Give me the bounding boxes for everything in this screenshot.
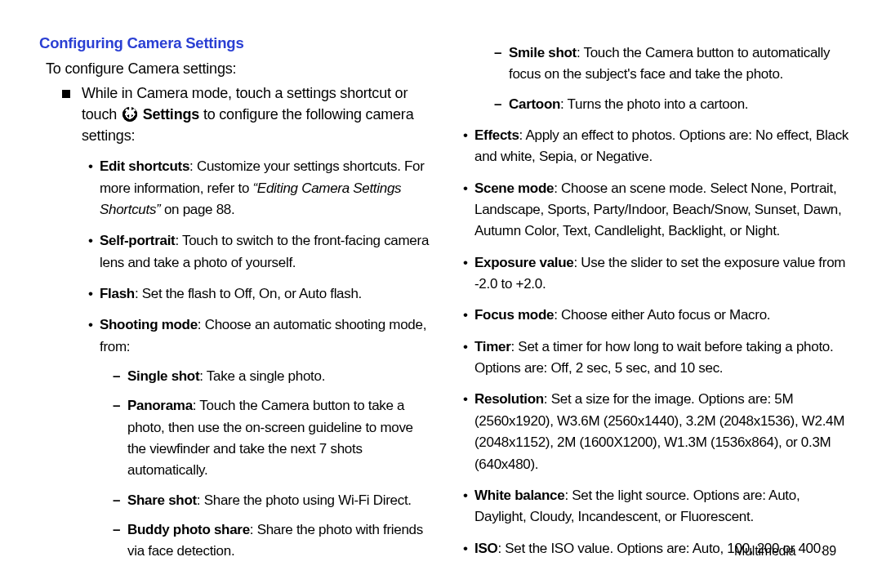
- item-name: Flash: [100, 286, 135, 301]
- item-name: Effects: [474, 127, 519, 143]
- intro-text: To configure Camera settings:: [46, 60, 432, 78]
- settings-list-left: Edit shortcuts: Customize your settings …: [39, 156, 432, 563]
- sub-name: Share shot: [127, 492, 197, 508]
- item-text: : Choose either Auto focus or Macro.: [554, 307, 770, 323]
- page-footer: Multimedia 89: [734, 544, 836, 559]
- bullet-item: Exposure value: Use the slider to set th…: [463, 252, 849, 296]
- sub-name: Single shot: [127, 368, 199, 384]
- bullet-item: Self-portrait: Touch to switch to the fr…: [88, 230, 432, 274]
- bullet-item: Edit shortcuts: Customize your settings …: [88, 156, 432, 220]
- sub-name: Cartoon: [509, 96, 560, 112]
- dash-item: Smile shot: Touch the Camera button to a…: [494, 42, 849, 86]
- bullet-item: Resolution: Set a size for the image. Op…: [463, 389, 849, 474]
- sub-text: : Share the photo using Wi-Fi Direct.: [197, 492, 412, 508]
- item-name: White balance: [474, 488, 564, 503]
- bullet-item: Timer: Set a timer for how long to wait …: [463, 336, 849, 380]
- bullet-item: White balance: Set the light source. Opt…: [463, 485, 849, 528]
- right-column: Smile shot: Touch the Camera button to a…: [457, 34, 849, 571]
- page-number: 89: [822, 544, 836, 559]
- sub-text: : Turns the photo into a cartoon.: [560, 96, 748, 112]
- sub-name: Smile shot: [509, 45, 577, 60]
- item-name: Scene mode: [474, 180, 554, 196]
- item-name: Shooting mode: [100, 317, 198, 332]
- step-item: While in Camera mode, touch a settings s…: [62, 82, 432, 146]
- sub-name: Panorama: [127, 398, 193, 413]
- item-name: Edit shortcuts: [100, 158, 189, 174]
- item-ref-tail: on page 88.: [160, 202, 234, 217]
- item-name: ISO: [474, 541, 497, 556]
- sub-text: : Take a single photo.: [199, 368, 325, 384]
- dash-item: Buddy photo share: Share the photo with …: [113, 519, 432, 563]
- dash-item: Share shot: Share the photo using Wi-Fi …: [113, 490, 432, 511]
- sub-name: Buddy photo share: [127, 522, 250, 537]
- dash-item: Single shot: Take a single photo.: [113, 366, 432, 387]
- section-heading: Configuring Camera Settings: [39, 34, 432, 52]
- bullet-item: Flash: Set the flash to Off, On, or Auto…: [88, 283, 432, 305]
- two-column-layout: Configuring Camera Settings To configure…: [39, 34, 849, 571]
- bullet-item: Effects: Apply an effect to photos. Opti…: [463, 125, 849, 168]
- bullet-item: Scene mode: Choose an scene mode. Select…: [463, 178, 849, 243]
- item-name: Focus mode: [474, 307, 554, 323]
- dash-item: Cartoon: Turns the photo into a cartoon.: [494, 94, 849, 115]
- bullet-item: Focus mode: Choose either Auto focus or …: [463, 305, 849, 326]
- item-name: Timer: [474, 339, 511, 354]
- left-column: Configuring Camera Settings To configure…: [39, 34, 432, 571]
- bullet-item: Shooting mode: Choose an automatic shoot…: [88, 314, 432, 562]
- item-name: Self-portrait: [100, 233, 175, 248]
- sub-list: Single shot: Take a single photo. Panora…: [100, 366, 432, 563]
- dash-item: Panorama: Touch the Camera button to tak…: [113, 395, 432, 481]
- settings-list-right: Effects: Apply an effect to photos. Opti…: [457, 125, 849, 559]
- page: Configuring Camera Settings To configure…: [0, 0, 882, 588]
- gear-icon: [122, 107, 137, 122]
- item-text: : Apply an effect to photos. Options are…: [474, 127, 849, 164]
- settings-label: Settings: [143, 106, 199, 122]
- sub-list-continued: Smile shot: Touch the Camera button to a…: [481, 42, 849, 115]
- item-text: : Set a timer for how long to wait befor…: [474, 339, 833, 376]
- item-text: : Set the flash to Off, On, or Auto flas…: [135, 286, 362, 301]
- footer-section: Multimedia: [734, 544, 795, 558]
- square-bullet-icon: [62, 82, 82, 146]
- item-name: Resolution: [474, 391, 544, 407]
- step-body: While in Camera mode, touch a settings s…: [82, 82, 432, 146]
- item-name: Exposure value: [474, 255, 573, 270]
